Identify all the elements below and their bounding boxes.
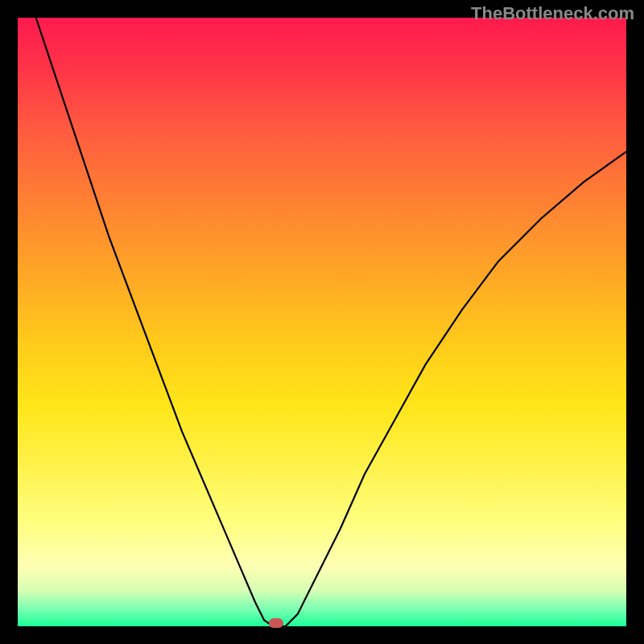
plot-area [18,18,626,626]
curve-svg [18,18,626,626]
watermark-text: TheBottleneck.com [471,3,634,24]
main-curve [36,18,626,626]
chart-container: TheBottleneck.com [0,0,644,644]
optimal-point-marker [269,618,283,628]
